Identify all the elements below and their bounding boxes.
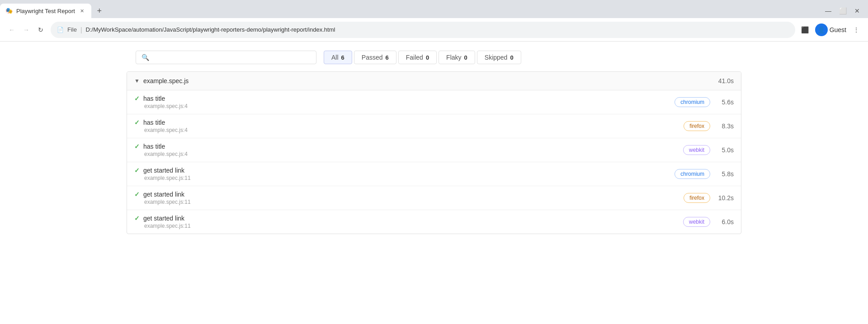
test-row-right: firefox 10.2s <box>684 193 734 203</box>
filter-tab-failed-label: Failed <box>406 54 423 61</box>
test-file: example.spec.js:4 <box>144 127 188 133</box>
test-time: 5.0s <box>716 146 734 154</box>
pass-icon: ✓ <box>134 143 140 150</box>
filter-tab-all-label: All <box>331 54 339 61</box>
tab-favicon: 🎭 <box>5 7 13 14</box>
test-time: 8.3s <box>716 122 734 130</box>
test-time: 10.2s <box>716 194 734 202</box>
pass-icon: ✓ <box>134 95 140 102</box>
url-text: D:/MyWorkSpace/automation/JavaScript/pla… <box>86 26 789 33</box>
test-name-row: ✓ get started link <box>134 191 184 198</box>
nav-buttons: ← → ↻ <box>5 23 47 36</box>
url-bar[interactable]: 📄 File | D:/MyWorkSpace/automation/JavaS… <box>51 22 795 38</box>
search-icon: 🔍 <box>142 54 149 61</box>
test-row[interactable]: ✓ get started link example.spec.js:11 fi… <box>127 186 741 210</box>
forward-button[interactable]: → <box>20 23 33 36</box>
results-container: ▼ example.spec.js 41.0s ✓ has title exam… <box>127 71 741 234</box>
pass-icon: ✓ <box>134 167 140 174</box>
active-tab[interactable]: 🎭 Playwright Test Report ✕ <box>0 4 91 18</box>
filter-tab-failed[interactable]: Failed 0 <box>398 51 437 64</box>
test-row-right: webkit 5.0s <box>683 145 734 155</box>
spec-group: ▼ example.spec.js 41.0s ✓ has title exam… <box>127 71 741 234</box>
search-input[interactable] <box>153 54 311 61</box>
test-name-row: ✓ get started link <box>134 215 184 222</box>
test-row-left: ✓ has title example.spec.js:4 <box>134 95 675 109</box>
filter-tab-all-count: 6 <box>341 54 344 61</box>
browser-menu-button[interactable]: ⋮ <box>850 23 863 36</box>
browser-frame: 🎭 Playwright Test Report ✕ + — ⬜ ✕ ← → ↻… <box>0 0 868 324</box>
test-name-row: ✓ has title <box>134 143 165 150</box>
tab-bar: 🎭 Playwright Test Report ✕ + — ⬜ ✕ <box>0 0 868 18</box>
test-row-left: ✓ has title example.spec.js:4 <box>134 143 683 157</box>
test-row-right: chromium 5.6s <box>675 97 734 107</box>
test-file: example.spec.js:4 <box>144 103 188 109</box>
search-box[interactable]: 🔍 <box>136 51 316 64</box>
spec-name: example.spec.js <box>143 77 189 85</box>
test-name: has title <box>143 143 165 150</box>
new-tab-button[interactable]: + <box>93 5 106 17</box>
test-row-left: ✓ get started link example.spec.js:11 <box>134 191 684 205</box>
close-window-button[interactable]: ✕ <box>852 5 863 16</box>
test-time: 5.8s <box>716 170 734 178</box>
spec-total-time: 41.0s <box>718 77 734 85</box>
test-row[interactable]: ✓ get started link example.spec.js:11 we… <box>127 210 741 234</box>
test-row-left: ✓ has title example.spec.js:4 <box>134 119 684 133</box>
spec-header[interactable]: ▼ example.spec.js 41.0s <box>127 72 741 90</box>
test-file: example.spec.js:4 <box>144 151 188 157</box>
profile-label: Guest <box>830 26 846 33</box>
profile-avatar: 👤 <box>815 23 828 36</box>
test-row[interactable]: ✓ get started link example.spec.js:11 ch… <box>127 162 741 186</box>
filter-tab-flaky[interactable]: Flaky 0 <box>439 51 475 64</box>
file-icon: 📄 <box>57 27 64 33</box>
filter-tab-flaky-label: Flaky <box>446 54 461 61</box>
filter-tabs: All 6 Passed 6 Failed 0 Flaky 0 Skipped <box>324 51 521 64</box>
test-row-right: webkit 6.0s <box>683 217 734 227</box>
browser-badge-firefox: firefox <box>684 193 710 203</box>
minimize-button[interactable]: — <box>823 5 834 16</box>
filter-tab-passed-count: 6 <box>386 54 389 61</box>
address-bar-right: ⬛ 👤 Guest ⋮ <box>799 23 863 36</box>
page-content: 🔍 All 6 Passed 6 Failed 0 Flaky 0 <box>0 42 868 324</box>
reload-button[interactable]: ↻ <box>34 23 47 36</box>
test-name-row: ✓ has title <box>134 119 165 126</box>
test-row[interactable]: ✓ has title example.spec.js:4 firefox 8.… <box>127 114 741 138</box>
filter-tab-passed-label: Passed <box>362 54 383 61</box>
url-separator: | <box>80 26 82 33</box>
filter-tab-passed[interactable]: Passed 6 <box>354 51 396 64</box>
filter-tab-failed-count: 0 <box>426 54 429 61</box>
tab-title: Playwright Test Report <box>16 8 75 14</box>
test-time: 6.0s <box>716 218 734 225</box>
test-row[interactable]: ✓ has title example.spec.js:4 webkit 5.0… <box>127 138 741 162</box>
restore-button[interactable]: ⬜ <box>837 5 848 16</box>
test-row-left: ✓ get started link example.spec.js:11 <box>134 215 683 229</box>
browser-badge-webkit: webkit <box>683 217 710 227</box>
test-name-row: ✓ get started link <box>134 167 184 174</box>
sidebar-toggle-button[interactable]: ⬛ <box>799 23 811 36</box>
test-name: get started link <box>143 167 184 174</box>
test-file: example.spec.js:11 <box>144 199 191 205</box>
browser-badge-chromium: chromium <box>675 169 710 179</box>
test-name: has title <box>143 119 165 126</box>
pass-icon: ✓ <box>134 119 140 126</box>
address-bar: ← → ↻ 📄 File | D:/MyWorkSpace/automation… <box>0 18 868 42</box>
filter-tab-skipped-label: Skipped <box>485 54 508 61</box>
filter-tab-skipped[interactable]: Skipped 0 <box>477 51 521 64</box>
test-time: 5.6s <box>716 99 734 106</box>
browser-badge-webkit: webkit <box>683 145 710 155</box>
profile-button[interactable]: 👤 Guest <box>815 23 846 36</box>
pass-icon: ✓ <box>134 215 140 222</box>
filter-tab-skipped-count: 0 <box>510 54 513 61</box>
tab-close-button[interactable]: ✕ <box>79 7 86 14</box>
pass-icon: ✓ <box>134 191 140 198</box>
test-row[interactable]: ✓ has title example.spec.js:4 chromium 5… <box>127 90 741 114</box>
browser-badge-firefox: firefox <box>684 121 710 131</box>
test-name: get started link <box>143 191 184 198</box>
back-button[interactable]: ← <box>5 23 18 36</box>
browser-badge-chromium: chromium <box>675 97 710 107</box>
filter-tab-all[interactable]: All 6 <box>324 51 352 64</box>
filter-bar: 🔍 All 6 Passed 6 Failed 0 Flaky 0 <box>0 51 868 71</box>
test-file: example.spec.js:11 <box>144 223 191 229</box>
filter-tab-flaky-count: 0 <box>464 54 467 61</box>
test-name: get started link <box>143 215 184 222</box>
test-name-row: ✓ has title <box>134 95 165 102</box>
